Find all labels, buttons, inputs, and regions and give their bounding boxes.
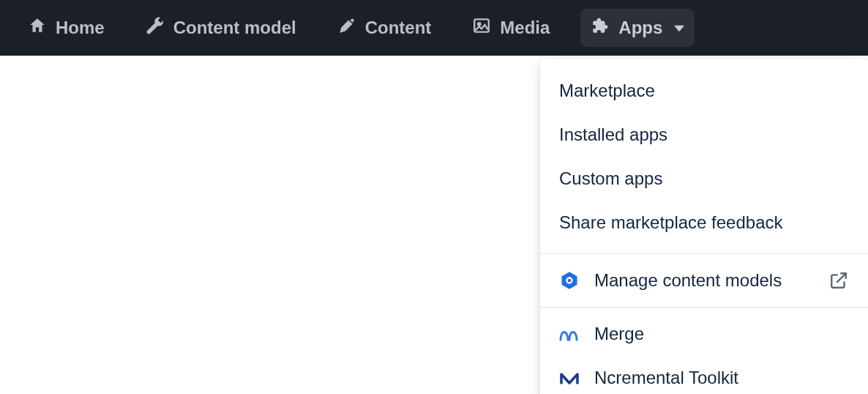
hexagon-app-icon — [559, 270, 580, 291]
nav-home-label: Home — [56, 18, 105, 38]
merge-app-icon — [559, 324, 580, 344]
nav-home[interactable]: Home — [18, 9, 115, 47]
svg-point-4 — [568, 279, 572, 283]
apps-dropdown: Marketplace Installed apps Custom apps S… — [540, 59, 868, 394]
nav-media[interactable]: Media — [462, 9, 560, 47]
nav-apps[interactable]: Apps — [580, 9, 695, 47]
dropdown-item-custom-apps[interactable]: Custom apps — [540, 157, 868, 201]
caret-down-icon — [674, 18, 684, 38]
nav-media-label: Media — [500, 18, 550, 38]
dropdown-item-label: Share marketplace feedback — [559, 212, 783, 232]
dropdown-item-label: Merge — [594, 324, 849, 344]
wrench-icon — [146, 16, 165, 40]
ncremental-app-icon — [559, 368, 580, 388]
nav-content-model[interactable]: Content model — [135, 9, 307, 47]
pen-icon — [337, 16, 356, 40]
puzzle-icon — [591, 16, 610, 40]
dropdown-item-installed-apps[interactable]: Installed apps — [540, 113, 868, 157]
dropdown-item-manage-content-models[interactable]: Manage content models — [540, 259, 868, 302]
home-icon — [28, 16, 47, 40]
apps-dropdown-basic-section: Marketplace Installed apps Custom apps S… — [540, 64, 868, 249]
dropdown-item-merge[interactable]: Merge — [540, 312, 868, 356]
nav-content-label: Content — [365, 18, 432, 38]
dropdown-item-label: Ncremental Toolkit — [594, 368, 849, 388]
nav-apps-label: Apps — [618, 18, 662, 38]
dropdown-item-label: Marketplace — [559, 81, 655, 100]
dropdown-item-ncremental-toolkit[interactable]: Ncremental Toolkit — [540, 356, 868, 394]
external-link-icon — [828, 270, 849, 291]
nav-content[interactable]: Content — [327, 9, 442, 47]
dropdown-item-label: Custom apps — [559, 168, 662, 188]
svg-point-1 — [478, 23, 480, 25]
dropdown-item-share-feedback[interactable]: Share marketplace feedback — [540, 201, 868, 245]
image-icon — [472, 16, 491, 40]
nav-content-model-label: Content model — [173, 18, 296, 38]
dropdown-item-marketplace[interactable]: Marketplace — [540, 69, 868, 113]
dropdown-item-label: Manage content models — [594, 270, 814, 291]
divider — [540, 253, 868, 254]
top-navigation: Home Content model Content Media Apps — [0, 0, 868, 56]
dropdown-item-label: Installed apps — [559, 124, 667, 144]
divider — [540, 307, 868, 308]
